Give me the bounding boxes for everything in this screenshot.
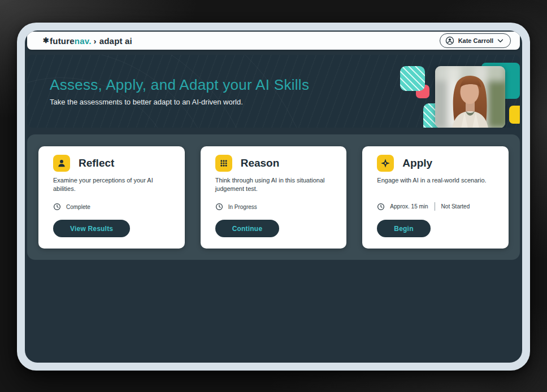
- striped-square-shape: [400, 66, 425, 91]
- card-description: Think through using AI in this situation…: [215, 176, 332, 194]
- status-badge: In Progress: [228, 204, 257, 210]
- card-description: Engage with AI in a real-world scenario.: [377, 176, 494, 185]
- begin-button[interactable]: Begin: [377, 220, 430, 237]
- brand-name-accent: nav.: [75, 36, 92, 46]
- hero-collage: [328, 55, 520, 128]
- app-name: adapt ai: [99, 36, 132, 46]
- chevron-down-icon: [497, 39, 503, 43]
- app-screen: ✱futurenav.›adapt ai Kate Carroll: [25, 31, 522, 363]
- yellow-square-shape: [509, 106, 520, 124]
- card-title: Reason: [241, 157, 280, 169]
- hero-title: Assess, Apply, and Adapt your AI Skills: [50, 76, 309, 94]
- continue-button[interactable]: Continue: [215, 220, 280, 237]
- woman-portrait-photo: [435, 66, 505, 128]
- brand-logo[interactable]: ✱futurenav.›adapt ai: [43, 36, 132, 46]
- dots-grid-icon: [215, 155, 232, 172]
- card-description: Examine your perceptions of your AI abil…: [53, 176, 170, 194]
- top-navbar: ✱futurenav.›adapt ai Kate Carroll: [27, 32, 520, 50]
- card-reflect: Reflect Examine your perceptions of your…: [38, 146, 185, 249]
- device-frame: ✱futurenav.›adapt ai Kate Carroll: [17, 23, 530, 371]
- clock-icon: [215, 203, 223, 211]
- person-icon: [53, 155, 70, 172]
- status-badge: Not Started: [441, 203, 470, 210]
- user-menu-dropdown[interactable]: Kate Carroll: [440, 33, 511, 48]
- clock-icon: [377, 203, 385, 211]
- card-title: Apply: [402, 157, 432, 169]
- duration-label: Approx. 15 min: [390, 203, 428, 210]
- status-badge: Complete: [66, 204, 90, 210]
- hero-banner: Assess, Apply, and Adapt your AI Skills …: [27, 55, 520, 128]
- status-divider: [435, 202, 435, 211]
- card-title: Reflect: [79, 157, 114, 169]
- sparkle-star-icon: [377, 155, 394, 172]
- card-reason: Reason Think through using AI in this si…: [201, 146, 347, 249]
- card-apply: Apply Engage with AI in a real-world sce…: [362, 146, 509, 249]
- breadcrumb-separator: ›: [94, 36, 97, 46]
- user-name: Kate Carroll: [458, 37, 493, 44]
- brand-name-primary: future: [50, 36, 75, 46]
- asterisk-logo-icon: ✱: [43, 36, 49, 45]
- clock-icon: [53, 203, 61, 211]
- view-results-button[interactable]: View Results: [53, 220, 130, 237]
- hero-subtitle: Take the assessments to better adapt to …: [50, 98, 309, 106]
- user-avatar-icon: [445, 36, 454, 45]
- assessments-panel: Reflect Examine your perceptions of your…: [27, 134, 520, 260]
